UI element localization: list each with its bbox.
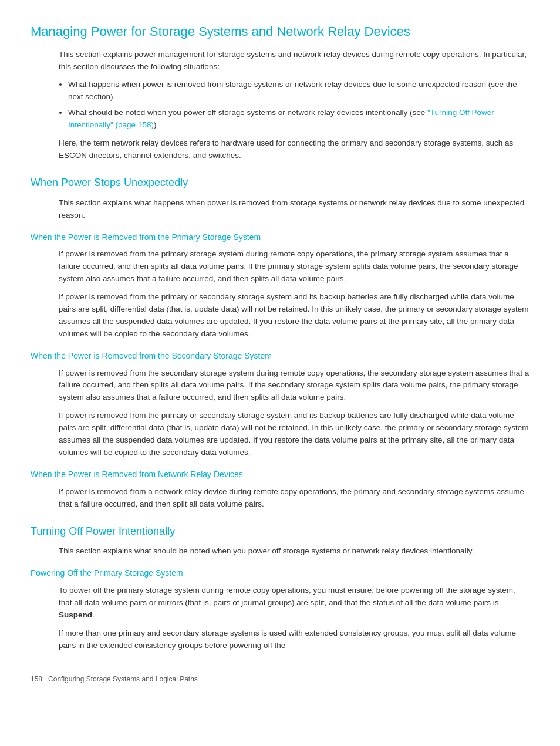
powering-off-para-1: To power off the primary storage system … xyxy=(59,585,529,622)
footer-page-number: 158 xyxy=(31,675,42,683)
turning-off-intro: This section explains what should be not… xyxy=(59,545,529,558)
powering-off-para-1-suffix: . xyxy=(92,610,95,619)
primary-para-1: If power is removed from the primary sto… xyxy=(59,248,529,285)
section-heading-turning-off: Turning Off Power Intentionally xyxy=(31,524,529,540)
footer-label: Configuring Storage Systems and Logical … xyxy=(48,675,198,683)
section-heading-when-power-stops: When Power Stops Unexpectedly xyxy=(31,175,529,191)
when-power-stops-intro: This section explains what happens when … xyxy=(59,197,529,222)
bullet-1-text: What happens when power is removed from … xyxy=(68,80,517,101)
intro-paragraph-1: This section explains power management f… xyxy=(59,49,529,73)
primary-para-2: If power is removed from the primary or … xyxy=(59,291,529,340)
bullet-2-suffix: ) xyxy=(154,120,157,129)
intro-paragraph-2: Here, the term network relay devices ref… xyxy=(59,137,529,162)
network-relay-para-1: If power is removed from a network relay… xyxy=(59,486,529,511)
bullet-item-1: What happens when power is removed from … xyxy=(68,79,529,103)
bullet-2-text: What should be noted when you power off … xyxy=(68,108,427,117)
bullet-item-2: What should be noted when you power off … xyxy=(68,107,529,131)
subsection-heading-secondary: When the Power is Removed from the Secon… xyxy=(31,350,529,363)
subsection-heading-powering-off: Powering Off the Primary Storage System xyxy=(31,567,529,580)
secondary-para-1: If power is removed from the secondary s… xyxy=(59,367,529,404)
subsection-heading-primary: When the Power is Removed from the Prima… xyxy=(31,231,529,244)
footer-bar: 158 Configuring Storage Systems and Logi… xyxy=(31,670,529,685)
subsection-heading-network-relay: When the Power is Removed from Network R… xyxy=(31,468,529,481)
secondary-para-2: If power is removed from the primary or … xyxy=(59,410,529,459)
powering-off-para-2: If more than one primary and secondary s… xyxy=(59,627,529,652)
page-title: Managing Power for Storage Systems and N… xyxy=(31,23,529,40)
powering-off-para-1-text: To power off the primary storage system … xyxy=(59,586,515,607)
suspend-bold: Suspend xyxy=(59,610,92,619)
intro-bullet-list: What happens when power is removed from … xyxy=(68,79,529,131)
